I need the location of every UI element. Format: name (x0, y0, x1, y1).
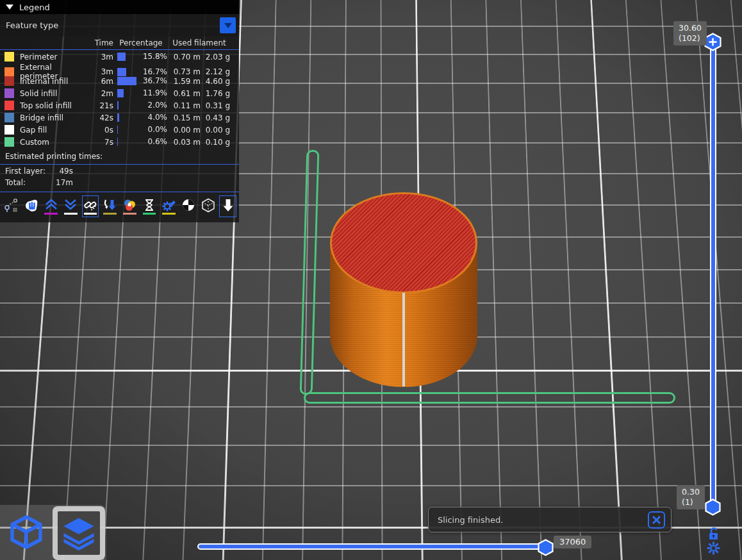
legend-row-solid-infill: Solid infill 2m 11.9% 0.61 m 1.76 g (0, 87, 239, 99)
legend-row-perimeter: Perimeter 3m 15.8% 0.70 m 2.03 g (0, 51, 239, 63)
percentage-cell: 2.0% (113, 99, 169, 111)
moves-slider-track[interactable] (197, 543, 545, 550)
layers-icon (60, 515, 97, 551)
percentage-bar (117, 53, 126, 61)
layer-slider-track[interactable] (710, 41, 716, 507)
feature-label: Bridge infill (20, 113, 92, 122)
moves-slider-handle[interactable] (538, 539, 554, 559)
layer-height-value: 30.60 (679, 23, 702, 33)
feature-time: 21s (92, 101, 113, 110)
deretractions-icon[interactable] (62, 195, 79, 217)
used-length: 0.11 m (169, 101, 201, 110)
percentage-bar (117, 113, 119, 122)
status-bar: Slicing finished. (428, 507, 672, 532)
percentage-cell: 0.6% (113, 136, 169, 148)
total-time-row: Total: 17m (0, 177, 239, 188)
color-swatch (4, 88, 14, 98)
feature-time: 6m (92, 77, 113, 86)
unlock-icon (707, 527, 720, 541)
status-message: Slicing finished. (438, 515, 503, 525)
column-used-filament: Used filament (169, 38, 230, 47)
feature-label: Internal infill (20, 77, 92, 86)
close-x-icon (651, 515, 662, 525)
percentage-cell: 36.7% (113, 75, 169, 87)
travels-icon[interactable] (3, 195, 21, 217)
color-swatch (4, 125, 14, 135)
layer-number-value: (102) (679, 33, 702, 44)
legend-titlebar[interactable]: Legend (0, 0, 239, 14)
color-swatch (4, 137, 14, 147)
layer-height-value: 0.30 (682, 487, 700, 497)
preview-button-inner (58, 511, 100, 555)
layer-slider-bottom-handle[interactable] (705, 498, 721, 518)
moves-slider-tooltip: 37060 (554, 536, 591, 548)
preview-options-toolbar (0, 193, 239, 217)
color-changes-icon[interactable] (121, 195, 138, 217)
shells-icon[interactable] (200, 195, 217, 217)
feature-time: 3m (92, 53, 113, 62)
first-layer-time-value: 49s (55, 167, 73, 176)
status-close-button[interactable] (648, 511, 665, 529)
feature-time: 3m (92, 67, 113, 76)
percentage-bar (117, 89, 124, 97)
feature-label: Solid infill (20, 89, 92, 98)
layer-number-value: (1) (682, 497, 700, 507)
feature-label: Top solid infill (20, 101, 92, 110)
used-weight: 0.00 g (201, 126, 230, 135)
view-type-dropdown-button[interactable] (220, 17, 236, 33)
percentage-bar (117, 138, 118, 146)
layer-slider-bottom-tooltip: 0.30 (1) (677, 485, 705, 509)
center-of-gravity-icon[interactable] (180, 195, 197, 217)
used-weight: 2.12 g (201, 67, 230, 76)
total-time-value: 17m (55, 178, 73, 187)
preview-view-button[interactable] (53, 506, 105, 560)
first-layer-time-row: First layer: 49s (0, 165, 239, 177)
legend-row-custom: Custom 7s 0.6% 0.03 m 0.10 g (0, 136, 239, 148)
feature-time: 2m (92, 89, 113, 98)
separator (0, 192, 239, 192)
seams-icon[interactable] (82, 195, 99, 217)
collapse-arrow-icon (6, 4, 13, 10)
percentage-bar (117, 77, 136, 85)
used-length: 0.73 m (169, 67, 201, 76)
estimated-times-title: Estimated printing times: (0, 148, 239, 163)
gear-icon (706, 541, 721, 556)
sliced-cylinder-top-infill[interactable] (330, 192, 477, 293)
color-swatch (4, 52, 14, 62)
layer-slider-top-handle[interactable] (704, 33, 721, 54)
legend-row-external-perimeter: External perimeter 3m 16.7% 0.73 m 2.12 … (0, 63, 239, 75)
color-swatch (4, 76, 14, 86)
legend-row-top-solid-infill: Top solid infill 21s 2.0% 0.11 m 0.31 g (0, 99, 239, 111)
view-mode-switcher (0, 505, 106, 560)
column-time: Time (92, 38, 113, 47)
tool-changes-icon[interactable] (101, 195, 119, 217)
feature-time: 7s (92, 138, 113, 147)
legend-row-bridge-infill: Bridge infill 42s 4.0% 0.15 m 0.43 g (0, 111, 239, 124)
used-length: 0.70 m (169, 53, 201, 62)
percentage-cell: 0.0% (113, 124, 169, 136)
3d-editor-view-button[interactable] (0, 505, 53, 560)
cylinder-seam-line (402, 293, 405, 386)
feature-time: 0s (92, 126, 113, 135)
dropdown-arrow-icon (224, 23, 232, 28)
legend-table-header: Time Percentage Used filament (0, 38, 239, 48)
custom-gcodes-icon[interactable] (160, 195, 177, 217)
retractions-icon[interactable] (42, 195, 60, 217)
percentage-cell: 11.9% (113, 87, 169, 99)
feature-label: Gap fill (20, 126, 92, 135)
used-weight: 1.76 g (201, 89, 230, 98)
used-weight: 2.03 g (201, 53, 230, 62)
color-swatch (4, 101, 14, 110)
layer-slider-top-tooltip: 30.60 (102) (673, 21, 707, 45)
wipe-icon[interactable] (23, 195, 40, 217)
feature-time: 42s (92, 113, 113, 122)
legend-row-gap-fill: Gap fill 0s 0.0% 0.00 m 0.00 g (0, 124, 239, 136)
used-length: 1.59 m (169, 77, 201, 86)
percentage-bar (117, 101, 119, 110)
used-length: 0.00 m (169, 126, 201, 135)
pause-prints-icon[interactable] (141, 195, 158, 217)
used-weight: 0.43 g (201, 113, 230, 122)
slider-settings-button[interactable] (706, 541, 721, 558)
legend-row-internal-infill: Internal infill 6m 36.7% 1.59 m 4.60 g (0, 75, 239, 87)
tool-marker-icon[interactable] (219, 195, 236, 217)
